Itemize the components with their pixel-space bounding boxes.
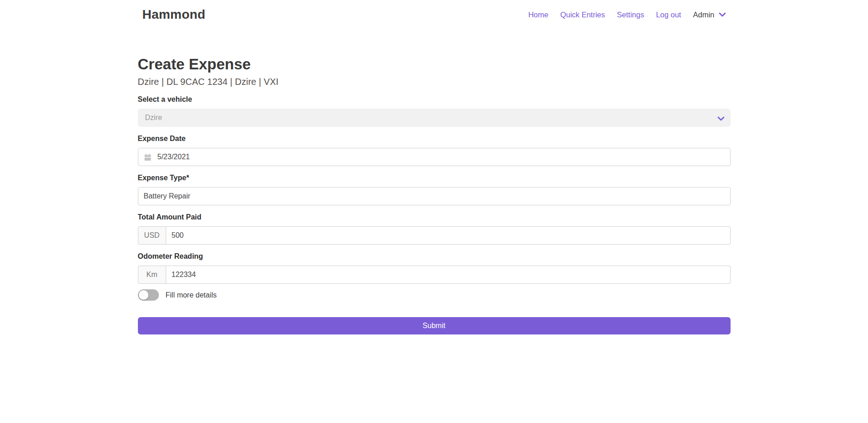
calendar-icon <box>144 153 152 161</box>
total-amount-label: Total Amount Paid <box>138 213 731 222</box>
vehicle-select[interactable]: Dzire <box>138 109 731 127</box>
brand-logo[interactable]: Hammond <box>142 7 205 22</box>
top-navbar: Hammond Home Quick Entries Settings Log … <box>0 0 868 29</box>
nav-link-logout[interactable]: Log out <box>656 10 681 19</box>
user-menu-admin[interactable]: Admin <box>693 10 726 19</box>
nav-link-quick-entries[interactable]: Quick Entries <box>560 10 605 19</box>
odometer-field: Km <box>138 266 731 284</box>
vehicle-summary: Dzire | DL 9CAC 1234 | Dzire | VXI <box>138 76 731 88</box>
toggle-knob <box>139 290 148 300</box>
expense-type-label: Expense Type* <box>138 173 731 183</box>
odometer-input[interactable] <box>166 266 731 284</box>
expense-date-field <box>138 148 731 166</box>
chevron-down-icon <box>717 115 725 123</box>
submit-button[interactable]: Submit <box>138 317 731 334</box>
expense-date-label: Expense Date <box>138 134 731 143</box>
total-amount-field: USD <box>138 226 731 245</box>
create-expense-page: Create Expense Dzire | DL 9CAC 1234 | Dz… <box>138 29 731 334</box>
more-details-toggle[interactable] <box>138 289 159 301</box>
chevron-down-icon <box>719 12 726 17</box>
more-details-row: Fill more details <box>138 289 731 301</box>
create-expense-form: Select a vehicle Dzire Expense Date <box>138 95 731 334</box>
vehicle-select-label: Select a vehicle <box>138 95 731 104</box>
main-nav: Home Quick Entries Settings Log out Admi… <box>516 10 726 19</box>
nav-link-home[interactable]: Home <box>528 10 548 19</box>
page-title: Create Expense <box>138 56 731 73</box>
total-amount-input[interactable] <box>166 226 731 245</box>
currency-addon: USD <box>138 226 166 245</box>
nav-link-settings[interactable]: Settings <box>617 10 644 19</box>
expense-date-input[interactable] <box>157 152 725 162</box>
more-details-label: Fill more details <box>166 291 217 299</box>
navbar-inner: Hammond Home Quick Entries Settings Log … <box>138 7 731 22</box>
distance-unit-addon: Km <box>138 266 166 284</box>
vehicle-select-value: Dzire <box>145 114 162 122</box>
user-menu-label: Admin <box>693 10 715 19</box>
expense-type-input[interactable] <box>138 187 731 205</box>
odometer-label: Odometer Reading <box>138 252 731 261</box>
